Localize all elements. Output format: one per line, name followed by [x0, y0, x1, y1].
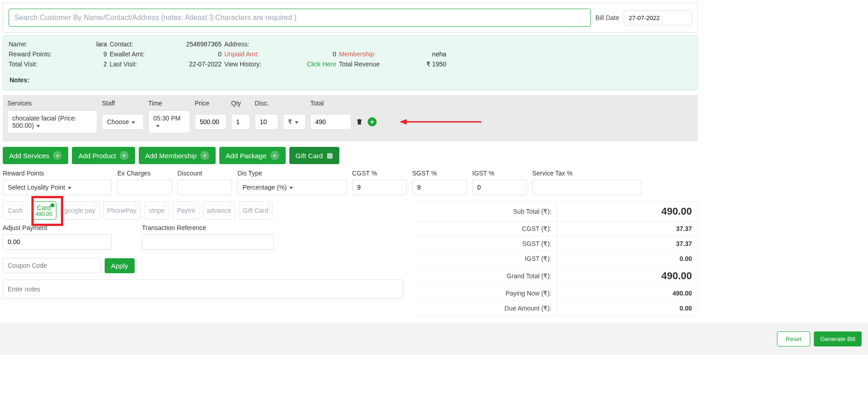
lbl-cgst: CGST (₹):: [416, 221, 557, 236]
hdr-disc: Disc.: [255, 100, 306, 107]
apply-button[interactable]: Apply: [105, 258, 135, 273]
bottom-bar: Reset Generate Bill: [0, 323, 868, 355]
pay-mode-cash[interactable]: Cash: [3, 201, 28, 220]
hdr-qty: Qty: [231, 100, 250, 107]
plus-icon: +: [53, 151, 62, 160]
label-ewallet: Ewallet Amt:: [110, 50, 169, 58]
label-igst: IGST %: [472, 170, 527, 177]
adjust-payment-input[interactable]: [3, 234, 112, 250]
service-line-block: Services Staff Time Price Qty Disc. Tota…: [3, 95, 698, 141]
bill-date-label: Bill Date: [595, 14, 619, 21]
total-input[interactable]: [310, 114, 351, 130]
value-membership: neha: [401, 50, 446, 58]
value-total-revenue: ₹ 1950: [401, 60, 446, 68]
add-product-button[interactable]: Add Product+: [72, 147, 135, 164]
label-stax: Service Tax %: [532, 170, 641, 177]
qty-input[interactable]: [231, 114, 250, 130]
val-cgst: 37.37: [557, 221, 698, 236]
label-discount: Discount: [177, 170, 232, 177]
plus-icon: +: [270, 151, 279, 160]
value-contact: 2546987365: [172, 40, 222, 48]
gift-card-icon: ▦: [327, 151, 333, 160]
svg-marker-1: [399, 119, 407, 125]
plus-icon: +: [200, 151, 209, 160]
label-address: Address:: [224, 40, 283, 48]
sgst-input[interactable]: [412, 180, 467, 195]
label-last-visit: Last Visit:: [110, 60, 169, 68]
pay-mode-stripe[interactable]: stripe: [144, 201, 169, 220]
pay-mode-googlepay[interactable]: google pay: [60, 201, 100, 220]
value-name: lara: [93, 40, 107, 48]
lbl-sub-total: Sub Total (₹):: [416, 202, 557, 221]
lbl-grand-total: Grand Total (₹):: [416, 266, 557, 286]
price-input[interactable]: [195, 114, 227, 130]
time-select[interactable]: 05:30 PM: [148, 110, 190, 133]
red-arrow-icon: [399, 118, 481, 126]
disc-type-select[interactable]: ₹: [283, 114, 306, 130]
label-adjust-payment: Adjust Payment: [3, 224, 135, 231]
hdr-price: Price: [195, 100, 227, 107]
hdr-services: Services: [7, 100, 97, 107]
add-package-button[interactable]: Add Package+: [219, 147, 285, 164]
label-view-history: View History:: [224, 60, 283, 68]
value-last-visit: 22-07-2022: [172, 60, 222, 68]
hdr-total: Total: [310, 100, 351, 107]
pay-mode-card[interactable]: Card490.00: [31, 201, 56, 220]
label-contact: Contact:: [110, 40, 169, 48]
charge-fields: Reward PointsSelect Loyality Point Ex Ch…: [3, 170, 698, 195]
customer-info-panel: Name: lara Contact: 2546987365 Address: …: [3, 35, 698, 90]
staff-select[interactable]: Choose: [102, 114, 144, 130]
value-total-visit: 2: [93, 60, 107, 68]
val-sub-total: 490.00: [557, 202, 698, 221]
value-unpaid: 0: [286, 50, 336, 58]
ex-charges-input[interactable]: [117, 180, 172, 195]
service-row: chocalate facial (Price: 500.00) Choose …: [7, 110, 693, 133]
reset-button[interactable]: Reset: [777, 331, 810, 346]
reward-points-select[interactable]: Select Loyality Point: [3, 180, 112, 195]
customer-search-input[interactable]: [9, 9, 591, 27]
label-txn-ref: Transaction Reference: [142, 224, 274, 231]
label-total-revenue: Total Revenue: [339, 60, 398, 68]
lbl-paying-now: Paying Now (₹):: [416, 286, 557, 301]
disc-input[interactable]: [255, 114, 278, 130]
add-services-button[interactable]: Add Services+: [3, 147, 68, 164]
val-grand-total: 490.00: [557, 266, 698, 286]
txn-ref-input[interactable]: [142, 234, 274, 250]
notes-input[interactable]: [3, 280, 403, 299]
totals-section: Sub Total (₹):490.00 CGST (₹):37.37 SGST…: [416, 201, 698, 316]
value-address: [286, 40, 336, 48]
add-membership-button[interactable]: Add Membership+: [139, 147, 216, 164]
notes-label: Notes:: [9, 73, 692, 86]
generate-bill-button[interactable]: Generate Bill: [814, 331, 862, 346]
label-unpaid: Unpaid Amt:: [224, 50, 283, 58]
delete-row-icon[interactable]: [356, 118, 363, 125]
pay-mode-phonepay[interactable]: PhonePay: [103, 201, 141, 220]
cgst-input[interactable]: [352, 180, 407, 195]
add-row-icon[interactable]: +: [368, 117, 377, 126]
label-reward-points: Reward Points: [3, 170, 112, 177]
service-tax-input[interactable]: [532, 180, 641, 195]
lbl-due-amount: Due Amount (₹):: [416, 301, 557, 316]
value-reward: 9: [93, 50, 107, 58]
label-dis-type: Dis Type: [237, 170, 347, 177]
coupon-code-input[interactable]: [3, 258, 101, 273]
lbl-igst: IGST (₹):: [416, 251, 557, 266]
label-sgst: SGST %: [412, 170, 467, 177]
hdr-time: Time: [148, 100, 190, 107]
val-due-amount: 0.00: [557, 301, 698, 316]
label-ex-charges: Ex Charges: [117, 170, 172, 177]
pay-mode-paytm[interactable]: Paytm: [173, 201, 199, 220]
dis-type-select[interactable]: Percentage (%): [237, 180, 347, 195]
igst-input[interactable]: [472, 180, 527, 195]
discount-input[interactable]: [177, 180, 232, 195]
plus-icon: +: [120, 151, 129, 160]
check-icon: [50, 203, 55, 207]
pay-mode-advance[interactable]: advance: [203, 201, 235, 220]
pay-mode-giftcard[interactable]: Gift Card: [239, 201, 273, 220]
bill-date-input[interactable]: [624, 10, 692, 25]
service-select[interactable]: chocalate facial (Price: 500.00): [7, 110, 97, 133]
label-total-visit: Total Visit:: [9, 60, 91, 68]
view-history-link[interactable]: Click Here: [286, 60, 336, 68]
gift-card-button[interactable]: Gift Card▦: [289, 147, 339, 164]
val-sgst: 37.37: [557, 236, 698, 251]
